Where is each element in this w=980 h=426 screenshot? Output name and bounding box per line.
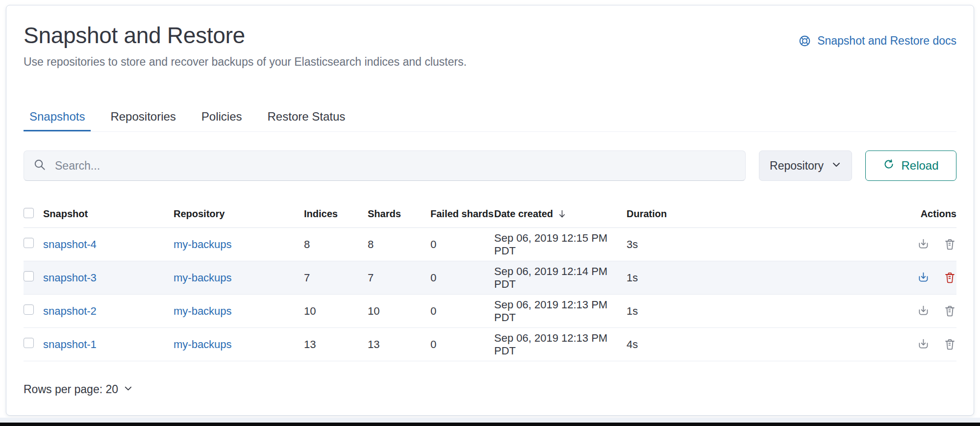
row-checkbox[interactable] <box>24 238 34 248</box>
duration-cell: 4s <box>627 338 902 351</box>
column-header-failed-shards: Failed shards <box>430 208 494 220</box>
snapshot-link[interactable]: snapshot-2 <box>43 305 97 317</box>
download-icon <box>917 271 930 284</box>
column-header-shards: Shards <box>368 208 430 220</box>
table-row: snapshot-4 my-backups 8 8 0 Sep 06, 2019… <box>24 228 956 261</box>
toolbar: Repository Reload <box>24 150 956 181</box>
column-header-actions: Actions <box>902 208 956 220</box>
screen-bottom-edge <box>0 423 980 426</box>
tab-policies[interactable]: Policies <box>196 110 248 131</box>
failed-shards-cell: 0 <box>430 272 494 284</box>
life-ring-icon <box>798 34 811 48</box>
select-all-checkbox[interactable] <box>24 208 34 218</box>
repository-link[interactable]: my-backups <box>174 338 232 351</box>
column-header-snapshot[interactable]: Snapshot <box>43 208 174 220</box>
restore-snapshot-button[interactable] <box>917 304 930 318</box>
failed-shards-cell: 0 <box>430 305 494 318</box>
column-header-indices: Indices <box>304 208 368 220</box>
delete-snapshot-button[interactable] <box>943 338 956 351</box>
row-checkbox[interactable] <box>24 338 34 348</box>
delete-snapshot-button[interactable] <box>943 304 956 318</box>
indices-cell: 13 <box>304 338 368 351</box>
indices-cell: 10 <box>304 305 368 318</box>
repository-filter-label: Repository <box>770 159 824 173</box>
chevron-down-icon <box>831 159 841 173</box>
download-icon <box>917 238 930 251</box>
download-icon <box>917 338 930 351</box>
table-footer: Rows per page: 20 <box>24 383 956 396</box>
restore-snapshot-button[interactable] <box>917 238 930 251</box>
trash-icon <box>943 238 956 251</box>
duration-cell: 1s <box>627 305 902 318</box>
repository-link[interactable]: my-backups <box>174 272 232 284</box>
duration-cell: 3s <box>627 238 902 251</box>
bottom-band <box>0 418 980 423</box>
failed-shards-cell: 0 <box>430 238 494 251</box>
duration-cell: 1s <box>627 272 902 284</box>
search-box[interactable] <box>24 150 746 181</box>
tab-repositories[interactable]: Repositories <box>104 110 181 131</box>
reload-button[interactable]: Reload <box>865 150 956 181</box>
tab-restore-status[interactable]: Restore Status <box>262 110 352 131</box>
repository-link[interactable]: my-backups <box>174 305 232 317</box>
date-created-cell: Sep 06, 2019 12:14 PM PDT <box>494 265 627 291</box>
shards-cell: 7 <box>368 272 430 284</box>
trash-icon <box>943 304 956 318</box>
column-header-date-created[interactable]: Date created <box>494 208 627 220</box>
restore-snapshot-button[interactable] <box>917 271 930 284</box>
shards-cell: 8 <box>368 238 430 251</box>
row-checkbox[interactable] <box>24 304 34 315</box>
rows-per-page-selector[interactable]: Rows per page: 20 <box>24 383 133 396</box>
snapshots-table: Snapshot Repository Indices Shards Faile… <box>24 200 956 396</box>
table-header-row: Snapshot Repository Indices Shards Faile… <box>24 200 956 228</box>
download-icon <box>917 304 930 318</box>
shards-cell: 13 <box>368 338 430 351</box>
magnifier-icon <box>33 158 47 174</box>
docs-link[interactable]: Snapshot and Restore docs <box>798 34 956 48</box>
rows-per-page-label: Rows per page: 20 <box>24 383 118 396</box>
table-row: snapshot-3 my-backups 7 7 0 Sep 06, 2019… <box>24 261 956 295</box>
trash-icon <box>943 271 956 284</box>
chevron-down-icon <box>124 383 133 396</box>
restore-snapshot-button[interactable] <box>917 338 930 351</box>
snapshot-link[interactable]: snapshot-4 <box>43 238 97 251</box>
indices-cell: 8 <box>304 238 368 251</box>
search-input[interactable] <box>54 159 736 173</box>
page-subtitle: Use repositories to store and recover ba… <box>24 55 956 69</box>
table-body: snapshot-4 my-backups 8 8 0 Sep 06, 2019… <box>24 228 956 361</box>
tab-snapshots[interactable]: Snapshots <box>24 110 91 131</box>
table-row: snapshot-2 my-backups 10 10 0 Sep 06, 20… <box>24 295 956 328</box>
row-checkbox[interactable] <box>24 271 34 281</box>
repository-filter-button[interactable]: Repository <box>759 150 852 181</box>
date-created-cell: Sep 06, 2019 12:13 PM PDT <box>494 299 627 324</box>
refresh-icon <box>883 158 895 173</box>
snapshot-link[interactable]: snapshot-1 <box>43 338 97 351</box>
repository-link[interactable]: my-backups <box>174 238 232 251</box>
date-created-cell: Sep 06, 2019 12:15 PM PDT <box>494 232 627 257</box>
sort-descending-arrow-icon <box>557 209 567 219</box>
trash-icon <box>943 338 956 351</box>
column-header-repository[interactable]: Repository <box>174 208 304 220</box>
app-frame: Snapshot and Restore Snapshot and Restor… <box>0 0 980 426</box>
page-title: Snapshot and Restore <box>24 22 245 49</box>
date-created-cell: Sep 06, 2019 12:13 PM PDT <box>494 332 627 357</box>
tab-bar: Snapshots Repositories Policies Restore … <box>24 110 956 132</box>
table-row: snapshot-1 my-backups 13 13 0 Sep 06, 20… <box>24 328 956 361</box>
snapshot-restore-panel: Snapshot and Restore Snapshot and Restor… <box>6 5 974 416</box>
snapshot-link[interactable]: snapshot-3 <box>43 272 97 284</box>
indices-cell: 7 <box>304 272 368 284</box>
page-header: Snapshot and Restore Snapshot and Restor… <box>24 22 956 49</box>
reload-label: Reload <box>901 159 938 173</box>
delete-snapshot-button[interactable] <box>943 238 956 251</box>
date-created-header-label: Date created <box>494 208 553 220</box>
delete-snapshot-button[interactable] <box>943 271 956 284</box>
failed-shards-cell: 0 <box>430 338 494 351</box>
docs-link-label: Snapshot and Restore docs <box>817 34 956 48</box>
column-header-duration[interactable]: Duration <box>627 208 902 220</box>
shards-cell: 10 <box>368 305 430 318</box>
